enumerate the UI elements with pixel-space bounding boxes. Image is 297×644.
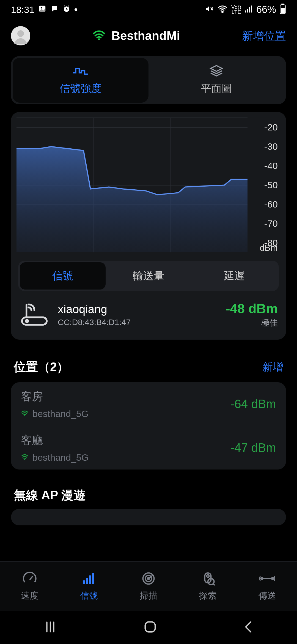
- mute-icon: [205, 4, 214, 15]
- battery-percent: 66%: [256, 4, 276, 15]
- nav-send[interactable]: 傳送: [238, 562, 297, 611]
- router-icon: [19, 302, 50, 327]
- svg-text:6: 6: [226, 4, 227, 8]
- status-left: 18:31: [11, 4, 77, 15]
- svg-rect-6: [247, 9, 248, 13]
- chart-tick: -70: [264, 218, 278, 229]
- svg-point-27: [207, 575, 209, 577]
- chart-y-axis: dBm -20-30-40-50-60-70-80: [248, 118, 280, 252]
- status-time: 18:31: [11, 4, 34, 15]
- android-status-bar: 18:31 6 Vo))LTE 66%: [0, 0, 297, 19]
- gauge-icon: [22, 571, 37, 586]
- svg-point-25: [148, 577, 150, 579]
- location-signal: -47 dBm: [230, 441, 276, 455]
- svg-rect-7: [249, 7, 250, 13]
- location-ssid: besthand_5G: [32, 452, 89, 463]
- wifi6-icon: 6: [217, 4, 228, 15]
- wifi-small-icon: [21, 454, 29, 461]
- connected-router-row[interactable]: xiaoqiang CC:D8:43:B4:D1:47 -48 dBm 極佳: [16, 294, 280, 331]
- recents-button[interactable]: [42, 620, 59, 635]
- metric-tab-signal[interactable]: 信號: [20, 262, 106, 290]
- chart-tick: -60: [264, 199, 278, 210]
- chat-icon: [50, 4, 59, 15]
- avatar[interactable]: [11, 26, 30, 45]
- bottom-nav: 速度 信號 掃描 探索 傳送: [0, 561, 297, 611]
- svg-point-16: [26, 320, 28, 322]
- signal-wave-icon: [72, 65, 89, 77]
- explore-icon: [200, 571, 215, 586]
- cell-signal-icon: [245, 5, 253, 15]
- metric-tabs: 信號 輸送量 延遲: [18, 261, 279, 291]
- locations-add-button[interactable]: 新增: [262, 360, 283, 374]
- locations-list: 客房 besthand_5G -64 dBm 客廳 besthand_5G: [11, 382, 286, 470]
- nav-signal[interactable]: 信號: [59, 562, 119, 611]
- svg-point-14: [98, 38, 100, 40]
- tab-label: 信號強度: [60, 81, 101, 95]
- nav-explore[interactable]: 探索: [178, 562, 238, 611]
- nav-scan[interactable]: 掃描: [119, 562, 178, 611]
- chart-tick: -50: [264, 180, 278, 190]
- chart-tick: -40: [264, 160, 278, 171]
- location-item[interactable]: 客廳 besthand_5G -47 dBm: [11, 426, 286, 470]
- router-mac: CC:D8:43:B4:D1:47: [58, 318, 218, 327]
- svg-point-1: [41, 7, 42, 8]
- back-button[interactable]: [242, 620, 255, 635]
- home-button[interactable]: [143, 620, 157, 635]
- svg-rect-31: [145, 622, 155, 632]
- svg-point-29: [261, 577, 263, 580]
- svg-point-3: [222, 11, 223, 12]
- battery-icon: [279, 4, 286, 16]
- svg-rect-19: [83, 580, 85, 584]
- tab-floorplan[interactable]: 平面圖: [148, 58, 284, 103]
- chart-tick: -30: [264, 141, 278, 152]
- svg-rect-21: [89, 575, 91, 584]
- location-ssid: besthand_5G: [32, 408, 89, 419]
- status-right: 6 Vo))LTE 66%: [205, 4, 286, 16]
- nav-speed[interactable]: 速度: [0, 562, 59, 611]
- roaming-card[interactable]: [11, 509, 286, 525]
- location-name: 客房: [21, 389, 230, 404]
- location-name: 客廳: [21, 433, 230, 448]
- router-signal-quality: 極佳: [226, 317, 278, 329]
- svg-point-30: [271, 577, 274, 580]
- wifi-icon: [92, 30, 106, 41]
- svg-point-18: [24, 459, 25, 460]
- gallery-icon: [38, 4, 46, 15]
- radar-icon: [141, 571, 156, 586]
- header-title-group[interactable]: BesthandMi: [92, 29, 180, 43]
- chart-tick: -80: [264, 238, 278, 248]
- tab-signal-strength[interactable]: 信號強度: [13, 58, 148, 103]
- view-mode-tabs: 信號強度 平面圖: [11, 56, 286, 104]
- locations-title: 位置（2）: [14, 359, 69, 375]
- svg-point-17: [24, 415, 25, 416]
- network-name: BesthandMi: [111, 29, 180, 43]
- signal-chart: dBm -20-30-40-50-60-70-80: [16, 118, 280, 252]
- roaming-title: 無線 AP 漫遊: [11, 481, 286, 509]
- transfer-icon: [259, 571, 275, 586]
- wifi-small-icon: [21, 410, 29, 417]
- metric-tab-throughput[interactable]: 輸送量: [106, 262, 191, 290]
- more-notifications-dot: [75, 8, 77, 11]
- router-name: xiaoqiang: [58, 303, 218, 316]
- svg-rect-8: [251, 6, 252, 13]
- chart-tick: -20: [264, 122, 278, 133]
- svg-point-13: [17, 30, 24, 37]
- location-signal: -64 dBm: [230, 397, 276, 411]
- layers-icon: [209, 65, 224, 77]
- signal-bars-icon: [82, 571, 97, 586]
- locations-header: 位置（2） 新增: [11, 351, 286, 382]
- svg-rect-11: [281, 8, 285, 13]
- tab-label: 平面圖: [201, 81, 232, 95]
- android-nav-bar: [0, 611, 297, 644]
- metric-tab-latency[interactable]: 延遲: [191, 262, 277, 290]
- main-content: 信號強度 平面圖 dBm -20-30-40-50-60-70-80 信號 輸送…: [0, 52, 297, 525]
- add-location-button[interactable]: 新增位置: [242, 28, 286, 43]
- svg-rect-20: [86, 578, 88, 584]
- volte-icon: Vo))LTE: [231, 5, 241, 15]
- router-signal-value: -48 dBm: [226, 301, 278, 316]
- location-item[interactable]: 客房 besthand_5G -64 dBm: [11, 382, 286, 426]
- svg-rect-5: [245, 10, 246, 13]
- svg-rect-22: [92, 573, 94, 584]
- alarm-icon: [62, 4, 71, 15]
- signal-chart-card: dBm -20-30-40-50-60-70-80 信號 輸送量 延遲 xiao…: [11, 112, 286, 340]
